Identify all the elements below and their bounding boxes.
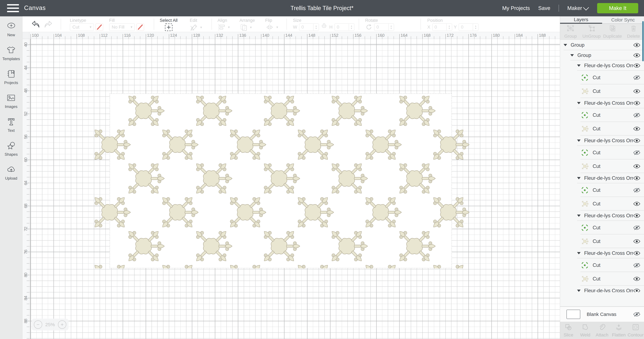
layer-row-cut[interactable]: Cut — [560, 84, 644, 98]
sidebar-item-upload[interactable]: Upload — [5, 165, 17, 181]
fleur-de-lys-motif[interactable] — [261, 93, 300, 129]
layer-row-group[interactable]: Group — [560, 50, 644, 60]
trellis-pattern[interactable] — [29, 39, 560, 339]
fleur-de-lys-motif[interactable] — [92, 127, 130, 162]
fleur-de-lys-motif[interactable] — [261, 228, 300, 264]
x-field[interactable]: 0 ▲▼ — [432, 23, 452, 31]
fleur-de-lys-motif[interactable] — [261, 161, 300, 196]
eye-icon[interactable] — [633, 213, 640, 218]
eye-off-icon[interactable] — [633, 75, 640, 80]
caret-down-icon[interactable] — [577, 215, 580, 217]
sidebar-item-templates[interactable]: Templates — [2, 45, 20, 61]
eye-off-icon[interactable] — [633, 150, 640, 155]
my-projects-link[interactable]: My Projects — [502, 5, 530, 11]
fleur-de-lys-motif[interactable] — [227, 194, 266, 230]
sidebar-item-shapes[interactable]: Shapes — [5, 141, 18, 157]
fleur-de-lys-motif[interactable] — [126, 161, 164, 196]
fleur-de-lys-motif[interactable] — [430, 194, 469, 230]
contour-button[interactable]: Contour — [627, 322, 644, 339]
layer-row-cut[interactable]: Cut — [560, 71, 644, 84]
fleur-de-lys-motif[interactable] — [92, 262, 130, 298]
panel-scrollbar[interactable] — [642, 21, 644, 61]
caret-down-icon[interactable] — [577, 64, 580, 67]
height-field[interactable]: 0 ▲▼ — [334, 23, 354, 31]
fleur-de-lys-motif[interactable] — [92, 194, 130, 230]
fleur-de-lys-motif[interactable] — [295, 262, 334, 298]
x-stepper[interactable]: ▲▼ — [446, 23, 452, 31]
fleur-de-lys-motif[interactable] — [227, 127, 266, 162]
eye-icon[interactable] — [633, 251, 640, 256]
layer-row-group[interactable]: Fleur-de-lys Cross Orna... — [560, 98, 644, 108]
blank-canvas-row[interactable]: Blank Canvas — [560, 307, 644, 322]
flip-menu[interactable]: Flip ▼ — [265, 18, 279, 31]
layer-row-cut[interactable]: Cut — [560, 159, 644, 173]
eye-off-icon[interactable] — [633, 263, 640, 268]
caret-down-icon[interactable] — [577, 177, 580, 179]
rotate-field[interactable]: 0 ▲▼ — [374, 23, 394, 31]
machine-selector[interactable]: Maker — [567, 5, 589, 11]
width-stepper[interactable]: ▲▼ — [313, 23, 319, 31]
duplicate-button[interactable]: Duplicate — [602, 24, 623, 40]
fill-dropdown[interactable]: No Fill▼ — [109, 23, 135, 31]
weld-button[interactable]: Weld — [577, 322, 594, 339]
height-stepper[interactable]: ▲▼ — [349, 23, 354, 31]
fleur-de-lys-motif[interactable] — [126, 228, 164, 264]
ungroup-button[interactable]: UnGroup — [581, 24, 602, 40]
y-field[interactable]: 0 ▲▼ — [458, 23, 478, 31]
layer-row-group[interactable]: Fleur-de-lys Cross Orna... — [560, 286, 644, 292]
layer-row-group[interactable]: Fleur-de-lys Cross Orna... — [560, 60, 644, 71]
zoom-in-button[interactable]: + — [58, 321, 66, 329]
eye-icon[interactable] — [633, 63, 640, 68]
make-it-button[interactable]: Make It — [597, 3, 638, 13]
edit-menu[interactable]: Edit ▼ — [190, 18, 202, 31]
layer-row-group[interactable]: Fleur-de-lys Cross Orna... — [560, 135, 644, 146]
fleur-de-lys-motif[interactable] — [430, 262, 469, 298]
eye-icon[interactable] — [633, 42, 640, 48]
eye-off-icon[interactable] — [633, 187, 640, 193]
eye-icon[interactable] — [633, 276, 640, 282]
canvas-grid[interactable] — [29, 39, 560, 339]
eye-off-icon[interactable] — [633, 312, 640, 317]
caret-down-icon[interactable] — [564, 44, 567, 46]
fleur-de-lys-motif[interactable] — [396, 228, 435, 264]
caret-down-icon[interactable] — [577, 102, 580, 104]
eye-icon[interactable] — [633, 88, 640, 94]
fleur-de-lys-motif[interactable] — [193, 228, 232, 264]
blank-canvas-swatch[interactable] — [566, 310, 580, 319]
eye-icon[interactable] — [633, 288, 640, 292]
layer-row-group[interactable]: Group — [560, 40, 644, 50]
tab-color-sync[interactable]: Color Sync — [602, 16, 644, 24]
fleur-de-lys-motif[interactable] — [362, 127, 402, 162]
eye-off-icon[interactable] — [633, 112, 640, 118]
sidebar-item-new[interactable]: New — [6, 21, 16, 37]
linetype-swatch[interactable] — [96, 23, 103, 31]
fleur-de-lys-motif[interactable] — [126, 93, 164, 129]
attach-button[interactable]: Attach — [594, 322, 610, 339]
fleur-de-lys-motif[interactable] — [396, 93, 435, 129]
fleur-de-lys-motif[interactable] — [160, 262, 198, 298]
fleur-de-lys-motif[interactable] — [193, 161, 232, 196]
width-field[interactable]: 0 ▲▼ — [299, 23, 319, 31]
layer-row-group[interactable]: Fleur-de-lys Cross Orna... — [560, 248, 644, 258]
fleur-de-lys-motif[interactable] — [362, 194, 402, 230]
eye-icon[interactable] — [633, 100, 640, 106]
slice-button[interactable]: Slice — [560, 322, 577, 339]
group-button[interactable]: Group — [560, 24, 581, 40]
fill-swatch[interactable] — [136, 23, 144, 31]
fleur-de-lys-motif[interactable] — [295, 127, 334, 162]
layer-row-cut[interactable]: Cut — [560, 108, 644, 122]
flatten-button[interactable]: Flatten — [610, 322, 627, 339]
rotate-stepper[interactable]: ▲▼ — [388, 23, 394, 31]
redo-button[interactable] — [44, 20, 53, 29]
fleur-de-lys-motif[interactable] — [329, 161, 368, 196]
fleur-de-lys-motif[interactable] — [193, 93, 232, 129]
fleur-de-lys-motif[interactable] — [160, 194, 198, 230]
lock-icon[interactable] — [320, 21, 328, 29]
layer-row-cut[interactable]: Cut — [560, 183, 644, 197]
caret-down-icon[interactable] — [577, 252, 580, 254]
eye-icon[interactable] — [633, 175, 640, 181]
fleur-de-lys-motif[interactable] — [160, 127, 198, 162]
zoom-out-button[interactable]: − — [34, 321, 42, 329]
layer-row-cut[interactable]: Cut — [560, 122, 644, 135]
align-menu[interactable]: Align ▼ — [218, 18, 230, 31]
